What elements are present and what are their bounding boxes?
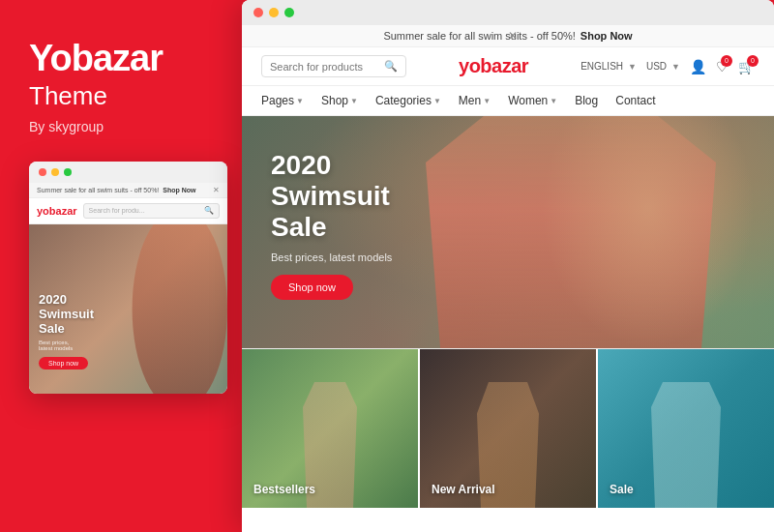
mini-logo: yobazar xyxy=(37,205,77,217)
site-header: 🔍 yobazar ENGLISH ▼ USD ▼ 👤 ♡ 0 🛒 0 xyxy=(242,47,774,86)
site-nav: Pages ▼ Shop ▼ Categories ▼ Men ▼ Women … xyxy=(242,86,774,116)
hero-subtitle: Best prices, latest models xyxy=(271,251,392,263)
dot-green xyxy=(284,8,294,17)
search-box[interactable]: 🔍 xyxy=(261,55,406,77)
nav-item-women[interactable]: Women ▼ xyxy=(508,94,557,107)
mini-header: yobazar Search for produ... 🔍 xyxy=(29,198,227,224)
dot-yellow xyxy=(269,8,279,17)
mini-hero-figure xyxy=(108,224,227,394)
mini-browser-preview: Summer sale for all swim suits - off 50%… xyxy=(29,162,227,394)
nav-item-categories[interactable]: Categories ▼ xyxy=(375,94,441,107)
user-icon[interactable]: 👤 xyxy=(690,59,706,74)
mini-hero-title: 2020 Swimsuit Sale xyxy=(39,293,94,337)
mini-hero-sub: Best prices, latest models xyxy=(39,340,94,351)
shop-arrow-icon: ▼ xyxy=(350,97,358,105)
wishlist-icon[interactable]: ♡ 0 xyxy=(716,59,729,74)
mini-dot-green xyxy=(64,168,72,176)
top-announcement-banner: Summer sale for all swim suits - off 50%… xyxy=(242,25,774,47)
mini-search-box[interactable]: Search for produ... 🔍 xyxy=(83,203,220,219)
mini-dot-red xyxy=(39,168,46,176)
categories-arrow-icon: ▼ xyxy=(433,97,441,105)
nav-item-blog[interactable]: Blog xyxy=(575,94,598,107)
grid-item-bestsellers[interactable]: Bestsellers xyxy=(242,349,420,508)
mini-hero: 2020 Swimsuit Sale Best prices, latest m… xyxy=(29,224,227,394)
nav-item-men[interactable]: Men ▼ xyxy=(459,94,491,107)
hero-title: 2020 Swimsuit Sale xyxy=(271,150,392,244)
banner-shop-now-link[interactable]: Shop Now xyxy=(580,30,633,42)
mini-browser-bar xyxy=(29,162,227,183)
header-utils: ENGLISH ▼ USD ▼ 👤 ♡ 0 🛒 0 xyxy=(580,59,755,74)
lang-arrow-icon: ▼ xyxy=(628,62,637,72)
browser-window: Summer sale for all swim suits - off 50%… xyxy=(242,0,774,532)
by-label: By skygroup xyxy=(29,119,104,134)
hero-content: 2020 Swimsuit Sale Best prices, latest m… xyxy=(271,150,392,300)
hero-section: 2020 Swimsuit Sale Best prices, latest m… xyxy=(242,116,774,348)
cart-badge: 0 xyxy=(747,55,759,67)
sale-label: Sale xyxy=(610,483,634,496)
nav-item-pages[interactable]: Pages ▼ xyxy=(261,94,304,107)
hero-woman-figure xyxy=(426,116,716,348)
hero-shop-now-button[interactable]: Shop now xyxy=(271,275,353,300)
mini-shop-button[interactable]: Shop now xyxy=(39,357,88,369)
currency-selector[interactable]: USD xyxy=(646,61,667,72)
mini-dot-yellow xyxy=(51,168,59,176)
currency-arrow-icon: ▼ xyxy=(671,62,680,72)
bestsellers-label: Bestsellers xyxy=(253,483,315,496)
nav-item-shop[interactable]: Shop ▼ xyxy=(321,94,358,107)
wishlist-badge: 0 xyxy=(721,55,732,67)
theme-label: Theme xyxy=(29,81,107,111)
mini-hero-content: 2020 Swimsuit Sale Best prices, latest m… xyxy=(39,293,94,369)
banner-close-icon[interactable]: ✕ xyxy=(508,29,518,43)
left-panel: Yobazar Theme By skygroup Summer sale fo… xyxy=(0,0,240,532)
nav-item-contact[interactable]: Contact xyxy=(615,94,655,107)
grid-item-sale[interactable]: Sale xyxy=(598,349,774,508)
women-arrow-icon: ▼ xyxy=(550,97,557,105)
sale-figure xyxy=(647,382,725,508)
pages-arrow-icon: ▼ xyxy=(296,97,304,105)
language-selector[interactable]: ENGLISH xyxy=(580,61,623,72)
product-category-grid: Bestsellers New Arrival Sale xyxy=(242,348,774,508)
brand-name: Yobazar xyxy=(29,39,163,79)
search-icon: 🔍 xyxy=(384,60,398,73)
browser-chrome xyxy=(242,0,774,25)
mini-search-icon: 🔍 xyxy=(204,206,214,215)
mini-close-icon[interactable]: ✕ xyxy=(213,186,220,194)
site-logo: yobazar xyxy=(421,55,566,77)
cart-icon[interactable]: 🛒 0 xyxy=(738,59,755,74)
new-arrival-label: New Arrival xyxy=(432,483,495,496)
grid-item-new-arrival[interactable]: New Arrival xyxy=(420,349,598,508)
search-input[interactable] xyxy=(270,61,379,73)
men-arrow-icon: ▼ xyxy=(483,97,491,105)
dot-red xyxy=(253,8,263,17)
mini-top-banner: Summer sale for all swim suits - off 50%… xyxy=(29,183,227,198)
